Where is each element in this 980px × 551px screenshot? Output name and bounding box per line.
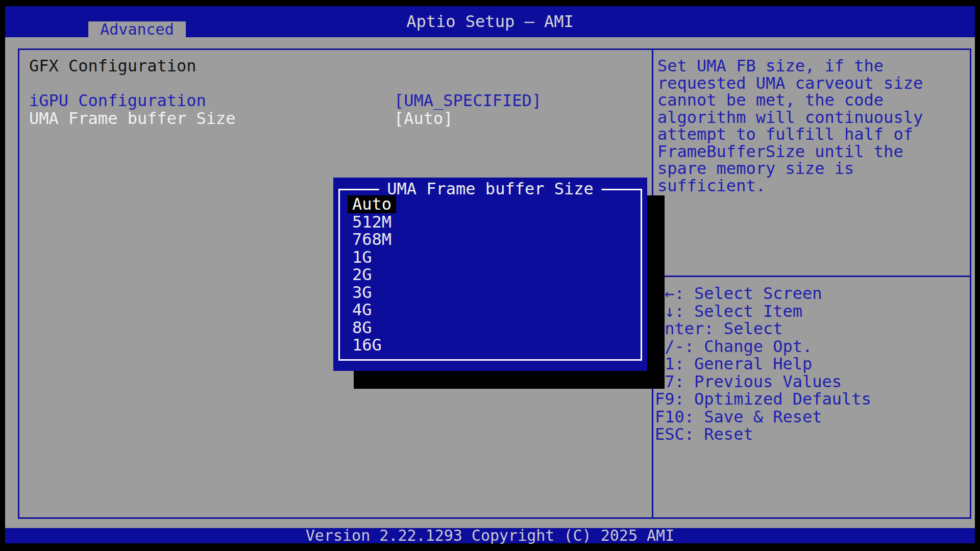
popup-option-label: 16G (348, 336, 386, 354)
help-text-line: Set UMA FB size, if the (657, 58, 964, 75)
popup-option-label: 4G (348, 301, 377, 319)
hotkey-hint: F7: Previous Values (655, 373, 966, 391)
hotkey-hint: F1: General Help (655, 355, 966, 373)
menu-item-value: [Auto] (394, 110, 453, 128)
help-text-line: sufficient. (657, 178, 964, 195)
help-panel-divider (653, 276, 971, 277)
bios-screen: Aptio Setup – AMI Advanced GFX Configura… (0, 0, 980, 551)
menu-item-label: iGPU Configuration (29, 91, 206, 110)
popup-option[interactable]: 2G (352, 266, 396, 284)
hotkey-hint: F10: Save & Reset (655, 408, 966, 426)
settings-list: iGPU Configuration[UMA_SPECIFIED]UMA Fra… (29, 92, 631, 128)
popup-option[interactable]: 1G (352, 248, 396, 266)
menu-item-value: [UMA_SPECIFIED] (394, 92, 542, 110)
popup-option-label: 2G (348, 266, 377, 284)
header-bar: Aptio Setup – AMI Advanced (5, 6, 975, 37)
menu-item[interactable]: iGPU Configuration[UMA_SPECIFIED] (29, 92, 631, 110)
help-text: Set UMA FB size, if therequested UMA car… (657, 58, 964, 194)
help-text-line: spare memory size is (657, 160, 964, 178)
version-text: Version 2.22.1293 Copyright (C) 2025 AMI (5, 528, 975, 543)
help-text-line: cannot be met, the code (657, 92, 964, 109)
hotkey-hint: →←: Select Screen (655, 285, 966, 303)
hotkey-hint: +/-: Change Opt. (655, 338, 966, 356)
hotkey-legend: →←: Select Screen↑↓: Select ItemEnter: S… (655, 285, 966, 443)
hotkey-hint: ↑↓: Select Item (655, 303, 966, 320)
help-text-line: requested UMA carveout size (657, 75, 964, 92)
popup-option[interactable]: 3G (352, 284, 396, 302)
popup-options-list: Auto512M768M1G2G3G4G8G16G (352, 195, 396, 354)
help-text-line: FrameBufferSize until the (657, 143, 964, 161)
section-title: GFX Configuration (29, 57, 197, 75)
popup-option-label: 3G (348, 284, 377, 302)
popup-option[interactable]: Auto (352, 195, 396, 213)
popup-option[interactable]: 768M (352, 231, 396, 248)
popup-option[interactable]: 8G (352, 319, 396, 337)
hotkey-hint: F9: Optimized Defaults (655, 390, 966, 408)
uma-frame-buffer-popup: UMA Frame buffer Size Auto512M768M1G2G3G… (333, 178, 647, 371)
popup-option[interactable]: 4G (352, 301, 396, 319)
popup-option-label: 8G (348, 319, 377, 337)
popup-title: UMA Frame buffer Size (379, 180, 602, 197)
menu-item-label: UMA Frame buffer Size (29, 109, 236, 128)
help-text-line: algorithm will continuously (657, 109, 964, 127)
popup-option-label: 768M (348, 231, 396, 248)
popup-option-label: 1G (348, 248, 377, 266)
popup-option[interactable]: 16G (352, 336, 396, 354)
hotkey-hint: ESC: Reset (655, 425, 966, 443)
hotkey-hint: Enter: Select (655, 320, 966, 338)
menu-item[interactable]: UMA Frame buffer Size[Auto] (29, 110, 631, 128)
help-text-line: attempt to fulfill half of (657, 126, 964, 143)
tab-advanced[interactable]: Advanced (88, 21, 186, 37)
popup-option-label: 512M (348, 213, 396, 231)
footer-bar: Version 2.22.1293 Copyright (C) 2025 AMI (5, 528, 975, 543)
popup-option[interactable]: 512M (352, 213, 396, 231)
popup-option-label: Auto (348, 195, 396, 213)
